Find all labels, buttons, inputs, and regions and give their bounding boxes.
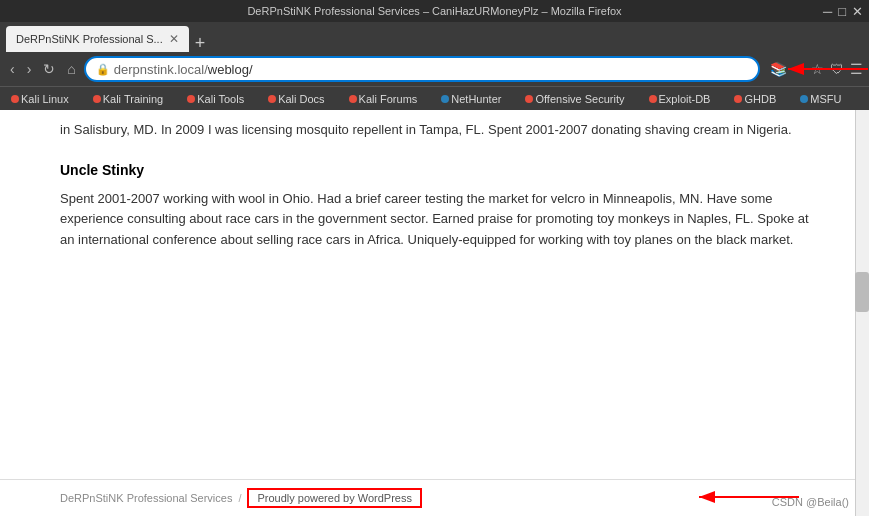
bookmark-icon-kali-linux — [11, 95, 19, 103]
address-text[interactable]: derpnstink.local/weblog/ — [114, 62, 749, 77]
bookmark-icon-kali-tools — [187, 95, 195, 103]
address-bar[interactable]: 🔒 derpnstink.local/weblog/ — [84, 56, 761, 82]
bookmark-kali-linux[interactable]: Kali Linux — [6, 92, 74, 106]
page-body: in Salisbury, MD. In 2009 I was licensin… — [0, 110, 869, 479]
bookmark-label: MSFU — [810, 93, 841, 105]
footer-site-name: DeRPnStiNK Professional Services — [60, 492, 232, 504]
nav-right-icons: 📚 ··· ☆ 🛡 ☰ — [770, 61, 863, 77]
bookmark-icon-ghdb — [734, 95, 742, 103]
library-icon[interactable]: 📚 — [770, 61, 787, 77]
address-scheme: derpnstink.local/ — [114, 62, 208, 77]
security-icon: 🔒 — [96, 63, 110, 76]
bookmark-icon-nethunter — [441, 95, 449, 103]
bookmarks-bar: Kali Linux ⠀ Kali Training ⠀ Kali Tools … — [0, 86, 869, 110]
bookmark-offensive-security[interactable]: Offensive Security — [520, 92, 629, 106]
bookmark-label: Kali Docs — [278, 93, 324, 105]
active-tab[interactable]: DeRPnStiNK Professional S... ✕ — [6, 26, 189, 52]
bookmark-exploit-db[interactable]: Exploit-DB — [644, 92, 716, 106]
shield-icon[interactable]: 🛡 — [830, 61, 844, 77]
window-title: DeRPnStiNK Professional Services – CaniH… — [247, 5, 621, 17]
forward-button[interactable]: › — [23, 59, 36, 79]
scrollbar[interactable] — [855, 110, 869, 516]
bookmark-kali-tools[interactable]: Kali Tools — [182, 92, 249, 106]
bookmark-kali-training[interactable]: Kali Training — [88, 92, 169, 106]
bookmark-icon[interactable]: ☆ — [811, 61, 824, 77]
top-paragraph: in Salisbury, MD. In 2009 I was licensin… — [60, 120, 809, 140]
bookmark-icon-kali-forums — [349, 95, 357, 103]
bookmark-label: Kali Tools — [197, 93, 244, 105]
address-path: weblog/ — [208, 62, 253, 77]
bookmark-icon-offensive-security — [525, 95, 533, 103]
footer-separator: / — [238, 492, 241, 504]
web-content: in Salisbury, MD. In 2009 I was licensin… — [0, 110, 869, 516]
bookmark-icon-msfu — [800, 95, 808, 103]
bookmark-kali-docs[interactable]: Kali Docs — [263, 92, 329, 106]
title-bar: DeRPnStiNK Professional Services – CaniH… — [0, 0, 869, 22]
bookmark-label: Kali Linux — [21, 93, 69, 105]
more-button[interactable]: ··· — [793, 61, 805, 77]
back-button[interactable]: ‹ — [6, 59, 19, 79]
bookmark-label: Exploit-DB — [659, 93, 711, 105]
tab-label: DeRPnStiNK Professional S... — [16, 33, 163, 45]
bookmark-msfu[interactable]: MSFU — [795, 92, 846, 106]
page-footer: DeRPnStiNK Professional Services / Proud… — [0, 479, 869, 516]
bookmark-icon-exploit-db — [649, 95, 657, 103]
bookmark-label: GHDB — [744, 93, 776, 105]
browser-chrome: DeRPnStiNK Professional S... ✕ + ‹ › ↻ ⌂… — [0, 22, 869, 110]
sidebar-toggle[interactable]: ☰ — [850, 61, 863, 77]
person-description: Spent 2001-2007 working with wool in Ohi… — [60, 189, 809, 251]
scrollbar-thumb[interactable] — [855, 272, 869, 312]
new-tab-button[interactable]: + — [195, 34, 206, 52]
window-controls[interactable]: ─ □ ✕ — [823, 5, 863, 18]
bookmark-label: NetHunter — [451, 93, 501, 105]
bookmark-label: Kali Forums — [359, 93, 418, 105]
tab-close-button[interactable]: ✕ — [169, 32, 179, 46]
home-button[interactable]: ⌂ — [63, 59, 79, 79]
bookmark-label-offensive-security: Offensive Security — [535, 93, 624, 105]
bookmark-nethunter[interactable]: NetHunter — [436, 92, 506, 106]
person-name: Uncle Stinky — [60, 160, 809, 181]
bookmark-kali-forums[interactable]: Kali Forums — [344, 92, 423, 106]
close-button[interactable]: ✕ — [852, 5, 863, 18]
bookmark-icon-kali-docs — [268, 95, 276, 103]
minimize-button[interactable]: ─ — [823, 5, 832, 18]
tab-bar: DeRPnStiNK Professional S... ✕ + — [0, 22, 869, 52]
bookmark-ghdb[interactable]: GHDB — [729, 92, 781, 106]
maximize-button[interactable]: □ — [838, 5, 846, 18]
reload-button[interactable]: ↻ — [39, 59, 59, 79]
footer-powered-by: Proudly powered by WordPress — [247, 488, 421, 508]
bookmark-label: Kali Training — [103, 93, 164, 105]
csdn-watermark: CSDN @Beila() — [772, 496, 849, 508]
bookmark-icon-kali-training — [93, 95, 101, 103]
nav-bar: ‹ › ↻ ⌂ 🔒 derpnstink.local/weblog/ — [0, 52, 869, 86]
